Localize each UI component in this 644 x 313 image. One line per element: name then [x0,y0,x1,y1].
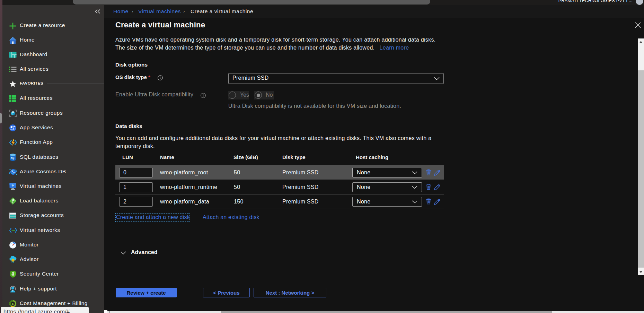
svg-text:$: $ [12,302,14,305]
svg-text:SQL: SQL [11,157,15,160]
